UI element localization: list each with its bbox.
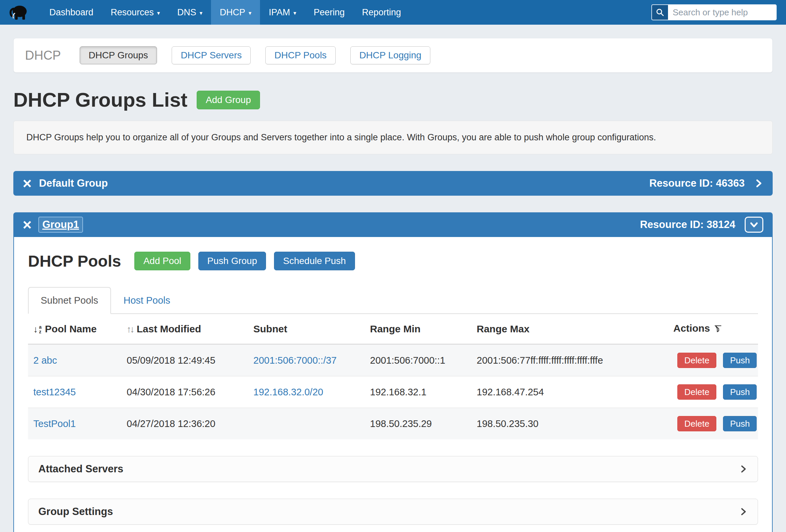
- nav-item-dashboard[interactable]: Dashboard: [41, 0, 102, 25]
- range-max-cell: 2001:506:77ff:ffff:ffff:ffff:ffff:fffe: [471, 344, 668, 376]
- subnav-button-dhcp-groups[interactable]: DHCP Groups: [80, 46, 157, 64]
- collapse-group-button[interactable]: [745, 217, 763, 233]
- schedule-push-button[interactable]: Schedule Push: [274, 252, 355, 270]
- mammoth-logo-icon[interactable]: [9, 4, 27, 20]
- remove-group-icon[interactable]: ×: [23, 177, 32, 190]
- range-min-cell: 198.50.235.29: [365, 408, 471, 440]
- range-min-cell: 2001:506:7000::1: [365, 344, 471, 376]
- main-content: DHCP DHCP Groups DHCP Servers DHCP Pools…: [0, 38, 786, 532]
- nav-item-dns[interactable]: DNS ▾: [169, 0, 211, 25]
- pool-name-link[interactable]: test12345: [33, 387, 76, 397]
- caret-down-icon: ▾: [293, 10, 296, 17]
- range-max-cell: 192.168.47.254: [471, 376, 668, 408]
- filter-funnel-icon[interactable]: [714, 324, 722, 335]
- panel-title: DHCP Pools: [28, 252, 121, 270]
- table-row: test12345 04/30/2018 17:56:26 192.168.32…: [28, 376, 758, 408]
- delete-button[interactable]: Delete: [677, 384, 716, 400]
- caret-down-icon: ▾: [249, 10, 252, 17]
- subnet-link[interactable]: 192.168.32.0/20: [253, 387, 323, 397]
- last-modified-cell: 04/27/2018 12:36:20: [121, 408, 248, 440]
- header-range-min[interactable]: Range Min: [365, 314, 471, 344]
- search-input[interactable]: [668, 4, 777, 20]
- nav-label: DNS: [177, 7, 196, 18]
- group-name: Default Group: [39, 177, 108, 189]
- push-button[interactable]: Push: [723, 353, 757, 368]
- chevron-down-icon: [750, 220, 758, 229]
- navbar-search: [651, 4, 777, 20]
- subnav-button-dhcp-pools[interactable]: DHCP Pools: [265, 46, 336, 64]
- nav-item-resources[interactable]: Resources ▾: [102, 0, 169, 25]
- resource-id-label: Resource ID: 38124: [640, 219, 735, 231]
- nav-item-peering[interactable]: Peering: [305, 0, 353, 25]
- remove-group-icon[interactable]: ×: [23, 219, 32, 231]
- pool-name-link[interactable]: 2 abc: [33, 355, 57, 366]
- header-pool-name[interactable]: ↓azPool Name: [28, 314, 121, 344]
- tab-host-pools[interactable]: Host Pools: [111, 287, 183, 314]
- chevron-right-icon[interactable]: [754, 179, 763, 188]
- table-row: TestPool1 04/27/2018 12:36:20 198.50.235…: [28, 408, 758, 440]
- chevron-right-icon: [739, 465, 748, 473]
- attached-servers-accordion[interactable]: Attached Servers: [28, 456, 758, 482]
- nav-label: Dashboard: [49, 7, 93, 18]
- accordion-label: Attached Servers: [38, 463, 123, 475]
- last-modified-cell: 04/30/2018 17:56:26: [121, 376, 248, 408]
- tab-subnet-pools[interactable]: Subnet Pools: [28, 287, 111, 314]
- description-well: DHCP Groups help you to organize all of …: [13, 121, 773, 154]
- subnav-title: DHCP: [25, 48, 61, 63]
- range-max-cell: 198.50.235.30: [471, 408, 668, 440]
- caret-down-icon: ▾: [157, 10, 160, 17]
- caret-down-icon: ▾: [200, 10, 203, 17]
- range-min-cell: 192.168.32.1: [365, 376, 471, 408]
- accordion-label: Group Settings: [38, 506, 113, 518]
- add-group-button[interactable]: Add Group: [196, 91, 260, 109]
- table-row: 2 abc 05/09/2018 12:49:45 2001:506:7000:…: [28, 344, 758, 376]
- subnet-link[interactable]: 2001:506:7000::/37: [253, 355, 337, 366]
- pool-tabs: Subnet Pools Host Pools: [28, 287, 758, 314]
- delete-button[interactable]: Delete: [677, 416, 716, 431]
- nav-item-ipam[interactable]: IPAM ▾: [260, 0, 305, 25]
- nav-item-dhcp[interactable]: DHCP ▾: [211, 0, 260, 25]
- header-last-modified[interactable]: ↑↓Last Modified: [121, 314, 248, 344]
- add-pool-button[interactable]: Add Pool: [134, 252, 190, 270]
- group-bar-default-group[interactable]: × Default Group Resource ID: 46363: [13, 171, 773, 196]
- description-text: DHCP Groups help you to organize all of …: [26, 132, 656, 142]
- search-icon[interactable]: [651, 4, 668, 20]
- page-heading: DHCP Groups List Add Group: [13, 90, 773, 110]
- chevron-right-icon: [739, 507, 748, 516]
- group-settings-accordion[interactable]: Group Settings: [28, 499, 758, 525]
- push-button[interactable]: Push: [723, 384, 757, 400]
- nav-label: Reporting: [362, 7, 401, 18]
- group-name-link[interactable]: Group1: [39, 217, 82, 232]
- delete-button[interactable]: Delete: [677, 353, 716, 368]
- group-section-group1: × Group1 Resource ID: 38124 DHCP Pools A…: [13, 212, 773, 532]
- header-actions: Actions: [668, 314, 758, 344]
- header-subnet[interactable]: Subnet: [248, 314, 365, 344]
- subnet-pools-table: ↓azPool Name ↑↓Last Modified Subnet Rang…: [28, 314, 758, 439]
- subnav-button-dhcp-servers[interactable]: DHCP Servers: [172, 46, 251, 64]
- sort-alpha-icon: ↓az: [33, 325, 42, 334]
- table-header-row: ↓azPool Name ↑↓Last Modified Subnet Rang…: [28, 314, 758, 344]
- nav-label: IPAM: [269, 7, 290, 18]
- page-title: DHCP Groups List: [13, 90, 187, 110]
- header-range-max[interactable]: Range Max: [471, 314, 668, 344]
- nav-label: Resources: [111, 7, 154, 18]
- nav-label: DHCP: [219, 7, 245, 18]
- main-nav: Dashboard Resources ▾ DNS ▾ DHCP ▾ IPAM …: [41, 0, 410, 25]
- subnet-cell-empty: [248, 408, 365, 440]
- last-modified-cell: 05/09/2018 12:49:45: [121, 344, 248, 376]
- nav-item-reporting[interactable]: Reporting: [353, 0, 410, 25]
- subnav-button-dhcp-logging[interactable]: DHCP Logging: [350, 46, 430, 64]
- resource-id-label: Resource ID: 46363: [649, 177, 745, 189]
- panel-title-row: DHCP Pools Add Pool Push Group Schedule …: [28, 252, 758, 270]
- dhcp-subnav: DHCP DHCP Groups DHCP Servers DHCP Pools…: [13, 38, 773, 73]
- group-bar-group1[interactable]: × Group1 Resource ID: 38124: [13, 212, 773, 237]
- top-navbar: Dashboard Resources ▾ DNS ▾ DHCP ▾ IPAM …: [0, 0, 786, 25]
- nav-label: Peering: [314, 7, 345, 18]
- sort-updown-icon: ↑↓: [127, 324, 133, 335]
- group1-panel: DHCP Pools Add Pool Push Group Schedule …: [13, 237, 773, 532]
- push-group-button[interactable]: Push Group: [198, 252, 266, 270]
- pool-name-link[interactable]: TestPool1: [33, 418, 76, 429]
- push-button[interactable]: Push: [723, 416, 757, 431]
